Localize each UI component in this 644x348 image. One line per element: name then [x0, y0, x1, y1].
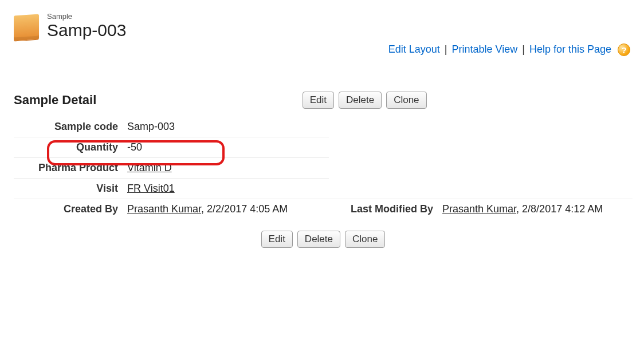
last-modified-by-sep: , [516, 203, 522, 215]
link-separator: | [522, 43, 525, 55]
button-row-top: Edit Delete Clone [96, 92, 633, 109]
edit-layout-link[interactable]: Edit Layout [388, 43, 440, 55]
field-value-sample-code: Samp-003 [123, 117, 329, 137]
field-label-pharma-product: Pharma Product [14, 158, 123, 179]
link-separator: | [445, 43, 447, 55]
field-value-last-modified-by: Prasanth Kumar, 2/8/2017 4:12 AM [438, 199, 633, 220]
field-value-visit[interactable]: FR Visit01 [123, 179, 329, 199]
help-icon[interactable]: ? [618, 43, 630, 56]
created-by-user-link[interactable]: Prasanth Kumar [127, 203, 201, 215]
table-row: Pharma Product Vitamin D [14, 158, 633, 179]
table-row: Created By Prasanth Kumar, 2/2/2017 4:05… [14, 199, 633, 220]
page-header: Sample Samp-003 [14, 11, 633, 40]
table-row: Quantity -50 [14, 137, 633, 158]
table-row: Sample code Samp-003 [14, 117, 633, 137]
field-value-created-by: Prasanth Kumar, 2/2/2017 4:05 AM [123, 199, 329, 220]
delete-button[interactable]: Delete [339, 92, 382, 109]
page-action-links: Edit Layout | Printable View | Help for … [14, 43, 633, 56]
section-title: Sample Detail [14, 93, 96, 108]
detail-table: Sample code Samp-003 Quantity -50 Pharma… [14, 117, 633, 219]
button-row-bottom: Edit Delete Clone [14, 231, 633, 248]
edit-button[interactable]: Edit [261, 231, 293, 248]
field-label-created-by: Created By [14, 199, 123, 220]
field-value-pharma-product[interactable]: Vitamin D [123, 158, 329, 179]
delete-button[interactable]: Delete [297, 231, 340, 248]
visit-link[interactable]: FR Visit01 [127, 183, 175, 194]
table-row: Visit FR Visit01 [14, 179, 633, 199]
field-label-visit: Visit [14, 179, 123, 199]
created-by-sep: , [201, 203, 207, 215]
clone-button[interactable]: Clone [386, 92, 426, 109]
field-value-quantity: -50 [123, 137, 329, 158]
created-by-datetime: 2/2/2017 4:05 AM [207, 203, 288, 215]
edit-button[interactable]: Edit [303, 92, 334, 109]
field-label-last-modified-by: Last Modified By [329, 199, 438, 220]
record-type-icon [14, 14, 39, 41]
last-modified-by-datetime: 2/8/2017 4:12 AM [522, 203, 603, 215]
help-for-page-link[interactable]: Help for this Page [529, 43, 611, 55]
pharma-product-link[interactable]: Vitamin D [127, 162, 172, 173]
field-label-quantity: Quantity [14, 137, 123, 158]
printable-view-link[interactable]: Printable View [451, 43, 517, 55]
last-modified-by-user-link[interactable]: Prasanth Kumar [442, 203, 516, 215]
record-type-label: Sample [47, 11, 126, 21]
clone-button[interactable]: Clone [345, 231, 385, 248]
record-title: Samp-003 [47, 21, 126, 40]
field-label-sample-code: Sample code [14, 117, 123, 137]
